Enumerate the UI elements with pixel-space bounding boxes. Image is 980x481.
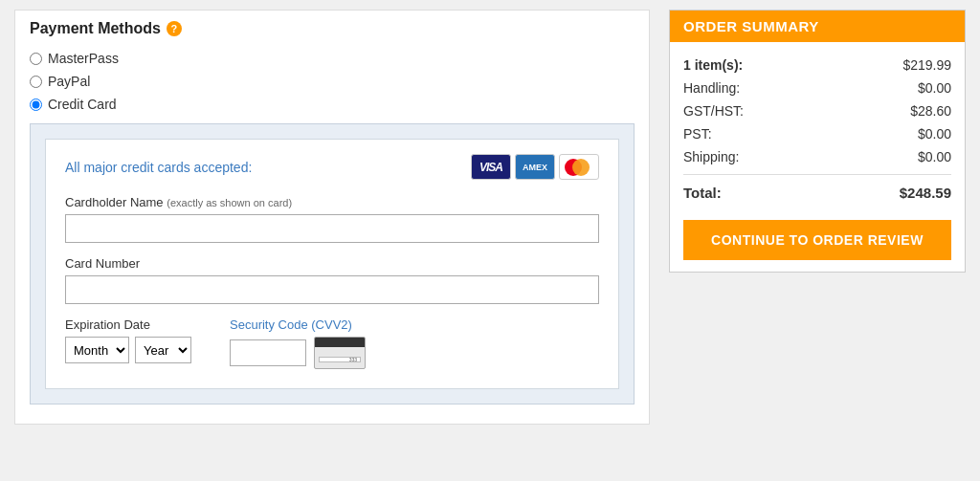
expiry-group: Expiration Date Month 010203 040506 0708…	[65, 317, 191, 363]
payment-methods-panel: Payment Methods ? MasterPass PayPal Cred…	[14, 10, 650, 425]
security-code-link[interactable]: Security Code (CVV2)	[230, 317, 352, 332]
cards-accepted-row: All major credit cards accepted: VISA AM…	[65, 154, 599, 180]
year-select[interactable]: Year 202420252026 202720282029 2030	[135, 337, 191, 363]
payment-title: Payment Methods ?	[30, 20, 635, 37]
security-input-row: 333	[230, 337, 366, 369]
cardholder-name-label: Cardholder Name (exactly as shown on car…	[65, 195, 599, 209]
card-icons: VISA AMEX	[471, 154, 599, 180]
shipping-label: Shipping:	[683, 149, 739, 164]
handling-value: $0.00	[918, 80, 951, 96]
gst-label: GST/HST:	[683, 103, 744, 119]
items-label: 1 item(s):	[683, 57, 743, 73]
credit-card-section: All major credit cards accepted: VISA AM…	[30, 123, 635, 404]
payment-options: MasterPass PayPal Credit Card	[30, 51, 635, 112]
payment-methods-heading: Payment Methods	[30, 20, 161, 37]
order-summary-body: 1 item(s): $219.99 Handling: $0.00 GST/H…	[670, 42, 965, 272]
paypal-radio[interactable]	[30, 76, 42, 88]
card-number-input[interactable]	[65, 275, 599, 304]
handling-label: Handling:	[683, 80, 740, 96]
security-code-label: Security Code (CVV2)	[230, 317, 366, 332]
cards-accepted-label: All major credit cards accepted:	[65, 160, 252, 175]
help-icon[interactable]: ?	[167, 21, 182, 36]
masterpass-radio[interactable]	[30, 53, 42, 65]
shipping-row: Shipping: $0.00	[683, 145, 951, 168]
handling-row: Handling: $0.00	[683, 77, 951, 99]
expiration-label: Expiration Date	[65, 317, 191, 332]
gst-row: GST/HST: $28.60	[683, 99, 951, 122]
month-select[interactable]: Month 010203 040506 070809 101112	[65, 337, 129, 363]
gst-value: $28.60	[910, 103, 951, 119]
order-summary-panel: ORDER SUMMARY 1 item(s): $219.99 Handlin…	[669, 10, 966, 425]
mastercard-icon	[559, 154, 599, 180]
paypal-option[interactable]: PayPal	[30, 74, 635, 89]
pst-label: PST:	[683, 126, 712, 142]
cardholder-name-group: Cardholder Name (exactly as shown on car…	[65, 195, 599, 243]
order-summary-header: ORDER SUMMARY	[670, 11, 965, 42]
masterpass-option[interactable]: MasterPass	[30, 51, 635, 66]
cvv-input[interactable]	[230, 339, 306, 366]
visa-icon: VISA	[471, 154, 511, 180]
total-row: Total: $248.59	[683, 174, 951, 205]
pst-row: PST: $0.00	[683, 122, 951, 145]
amex-icon: AMEX	[515, 154, 555, 180]
items-row: 1 item(s): $219.99	[683, 54, 951, 77]
credit-card-label: Credit Card	[48, 97, 117, 112]
pst-value: $0.00	[918, 126, 951, 142]
continue-button[interactable]: CONTINUE TO ORDER REVIEW	[683, 220, 951, 260]
cardholder-name-input[interactable]	[65, 214, 599, 243]
cvv-image: 333	[314, 337, 366, 369]
credit-card-option[interactable]: Credit Card	[30, 97, 635, 112]
card-form-inner: All major credit cards accepted: VISA AM…	[45, 139, 619, 389]
cardholder-sublabel: (exactly as shown on card)	[167, 197, 292, 208]
security-code-group: Security Code (CVV2) 333	[230, 317, 366, 369]
total-value: $248.59	[900, 185, 951, 201]
shipping-value: $0.00	[918, 149, 951, 164]
masterpass-label: MasterPass	[48, 51, 119, 66]
order-summary-box: ORDER SUMMARY 1 item(s): $219.99 Handlin…	[669, 10, 966, 273]
items-value: $219.99	[902, 57, 951, 73]
card-number-label: Card Number	[65, 256, 599, 271]
expiry-selects: Month 010203 040506 070809 101112 Year 2…	[65, 337, 191, 363]
total-label: Total:	[683, 185, 722, 201]
card-number-group: Card Number	[65, 256, 599, 304]
credit-card-radio[interactable]	[30, 98, 42, 111]
expiry-security-row: Expiration Date Month 010203 040506 0708…	[65, 317, 599, 369]
paypal-label: PayPal	[48, 74, 90, 89]
